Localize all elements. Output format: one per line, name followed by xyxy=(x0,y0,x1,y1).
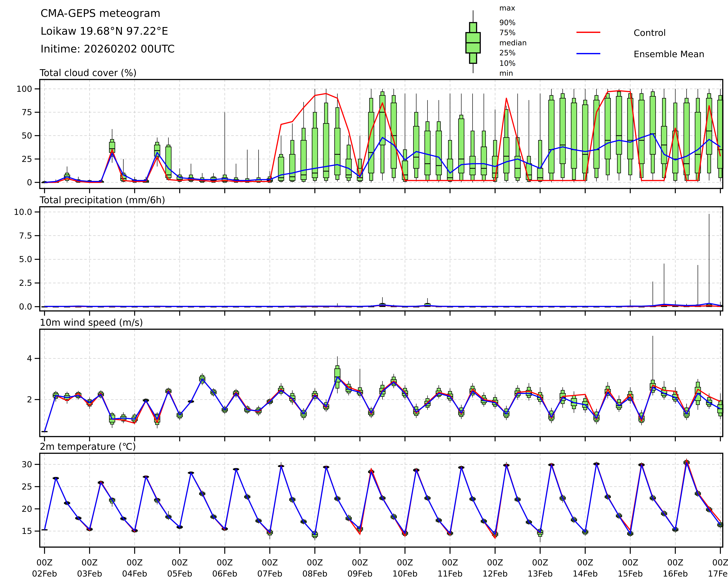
boxes-precip xyxy=(42,214,723,307)
ytick-cloud: 100 xyxy=(17,84,32,94)
xtick-hour: 00Z xyxy=(172,558,188,567)
ytick-temp: 25 xyxy=(22,482,32,491)
x-axis-labels: 00Z02Feb00Z03Feb00Z04Feb00Z05Feb00Z06Feb… xyxy=(32,558,728,579)
xtick-day: 09Feb xyxy=(347,569,372,579)
ytick-wind: 4 xyxy=(27,354,32,363)
ytick-wind: 2 xyxy=(27,395,32,404)
xtick-hour: 00Z xyxy=(712,558,728,567)
xtick-day: 07Feb xyxy=(257,569,282,579)
xtick-day: 14Feb xyxy=(573,569,598,579)
xtick-hour: 00Z xyxy=(36,558,53,567)
meteogram-page: { "header":{"line1":"CMA-GEPS meteogram"… xyxy=(0,0,728,584)
xtick-day: 04Feb xyxy=(122,569,147,579)
panel-cloud: Total cloud cover (%)0255075100 xyxy=(17,68,723,193)
xtick-day: 03Feb xyxy=(77,569,102,579)
ytick-cloud: 0 xyxy=(27,178,32,187)
boxes-temp xyxy=(42,459,723,542)
xtick-hour: 00Z xyxy=(622,558,638,567)
xtick-hour: 00Z xyxy=(81,558,98,567)
xtick-day: 15Feb xyxy=(618,569,643,579)
ytick-precip: 2.5 xyxy=(19,278,32,288)
xtick-day: 10Feb xyxy=(392,569,418,579)
xtick-hour: 00Z xyxy=(667,558,683,567)
xtick-hour: 00Z xyxy=(262,558,278,567)
ytick-temp: 20 xyxy=(22,504,32,514)
panel-temp: 2m temperature (℃)15202530 xyxy=(22,441,723,554)
ytick-precip: 7.5 xyxy=(19,231,32,240)
boxes-wind xyxy=(42,336,723,432)
xtick-hour: 00Z xyxy=(577,558,593,567)
xtick-day: 17Feb xyxy=(708,569,728,579)
xtick-day: 02Feb xyxy=(32,569,57,579)
ytick-precip: 0.0 xyxy=(19,302,32,311)
xtick-hour: 00Z xyxy=(532,558,548,567)
xtick-hour: 00Z xyxy=(442,558,458,567)
ensemble-mean-line-temp xyxy=(45,463,720,535)
xtick-day: 05Feb xyxy=(167,569,192,579)
xtick-hour: 00Z xyxy=(307,558,323,567)
xtick-hour: 00Z xyxy=(352,558,368,567)
xtick-hour: 00Z xyxy=(216,558,233,567)
panel-title-wind: 10m wind speed (m/s) xyxy=(40,317,143,328)
panel-precip: Total precipitation (mm/6h)0.02.55.07.51… xyxy=(14,195,723,316)
panel-title-cloud: Total cloud cover (%) xyxy=(40,68,137,78)
ytick-temp: 15 xyxy=(22,526,32,536)
ytick-temp: 30 xyxy=(22,460,32,469)
xtick-hour: 00Z xyxy=(397,558,413,567)
xtick-day: 11Feb xyxy=(438,569,463,579)
xtick-day: 12Feb xyxy=(483,569,508,579)
ytick-precip: 5.0 xyxy=(19,254,32,264)
panel-title-precip: Total precipitation (mm/6h) xyxy=(40,195,165,205)
ytick-precip: 10.0 xyxy=(14,207,32,217)
xtick-day: 13Feb xyxy=(528,569,553,579)
xtick-day: 06Feb xyxy=(212,569,237,579)
xtick-hour: 00Z xyxy=(127,558,143,567)
meteogram-chart: Total cloud cover (%)0255075100Total pre… xyxy=(0,0,728,584)
ytick-cloud: 50 xyxy=(22,131,32,141)
xtick-day: 08Feb xyxy=(302,569,328,579)
panel-wind: 10m wind speed (m/s)24 xyxy=(27,317,723,441)
ytick-cloud: 25 xyxy=(22,154,32,164)
xtick-day: 16Feb xyxy=(663,569,688,579)
ytick-cloud: 75 xyxy=(22,107,32,117)
panel-title-temp: 2m temperature (℃) xyxy=(40,441,136,452)
xtick-hour: 00Z xyxy=(487,558,503,567)
